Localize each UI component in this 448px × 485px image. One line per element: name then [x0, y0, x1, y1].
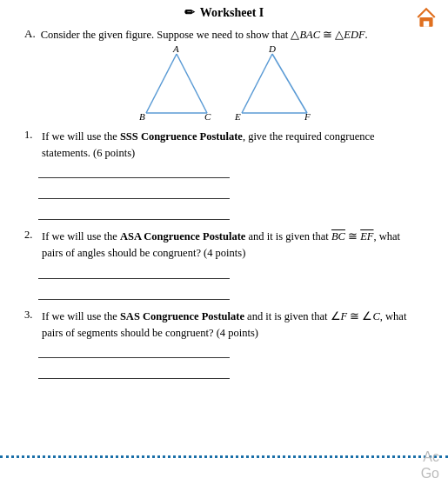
- title-text: Worksheet I: [200, 6, 264, 20]
- section-a-label: A.: [24, 27, 36, 43]
- bottom-corner-text: AcGo: [421, 448, 439, 482]
- q2-answer-line-2[interactable]: [38, 286, 230, 300]
- svg-line-4: [177, 54, 207, 113]
- svg-text:B: B: [139, 111, 145, 122]
- q3-answer-line-1[interactable]: [38, 344, 230, 358]
- question-1: 1. If we will use the SSS Congruence Pos…: [24, 129, 424, 221]
- q2-number: 2.: [24, 229, 38, 262]
- svg-rect-1: [424, 21, 430, 27]
- svg-text:F: F: [304, 111, 311, 122]
- svg-text:D: D: [268, 45, 276, 54]
- q1-answer-line-2[interactable]: [38, 185, 230, 199]
- svg-text:A: A: [172, 45, 179, 54]
- svg-line-8: [242, 54, 272, 113]
- q2-answer-line-1[interactable]: [38, 265, 230, 279]
- q1-number: 1.: [24, 129, 38, 162]
- q1-answer-line-3[interactable]: [38, 206, 230, 220]
- question-3: 3. If we will use the SAS Congruence Pos…: [24, 309, 424, 380]
- svg-line-10: [272, 54, 307, 113]
- q1-answer-line-1[interactable]: [38, 164, 230, 178]
- q3-number: 3.: [24, 309, 38, 342]
- pencil-icon: ✏: [184, 5, 195, 20]
- worksheet-title: ✏ Worksheet I: [184, 5, 264, 20]
- home-button[interactable]: [413, 5, 439, 30]
- q1-text: If we will use the SSS Congruence Postul…: [42, 129, 424, 162]
- triangles-figure: A B C D E F: [24, 45, 424, 123]
- q3-answer-line-2[interactable]: [38, 365, 230, 379]
- svg-line-2: [146, 54, 177, 113]
- q3-text: If we will use the SAS Congruence Postul…: [42, 309, 424, 342]
- svg-text:E: E: [234, 111, 241, 122]
- svg-text:C: C: [204, 111, 211, 122]
- main-content: A. Consider the given figure. Suppose we…: [0, 23, 448, 391]
- page-header: ✏ Worksheet I: [0, 0, 448, 23]
- section-a-text: Consider the given figure. Suppose we ne…: [41, 27, 368, 43]
- bottom-decoration: [0, 454, 448, 459]
- question-2: 2. If we will use the ASA Congruence Pos…: [24, 229, 424, 300]
- q2-text: If we will use the ASA Congruence Postul…: [42, 229, 424, 262]
